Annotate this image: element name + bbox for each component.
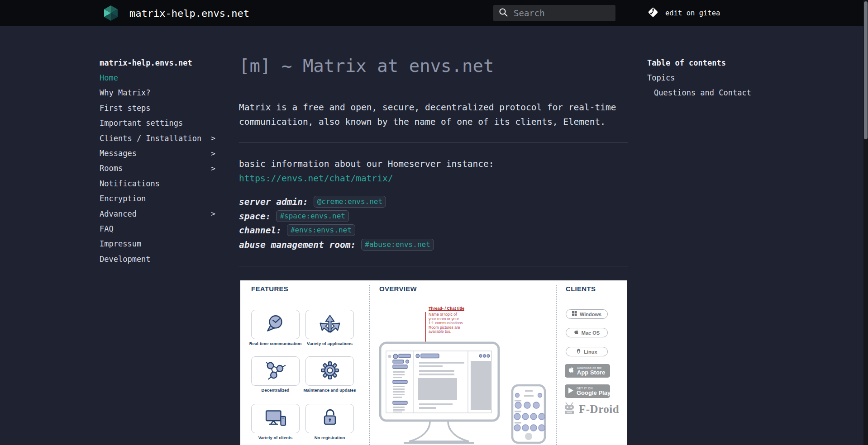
- page: matrix-help.envs.net: [0, 0, 868, 445]
- apple-logo-icon: [574, 329, 579, 336]
- chevron-right-icon: >: [211, 134, 215, 142]
- sidebar-item-clients-installation[interactable]: Clients / Installation>: [100, 131, 215, 146]
- sidebar-item-notifications[interactable]: Notifications: [100, 176, 215, 191]
- arrows-icon: [319, 313, 341, 336]
- page-title: [m] ~ Matrix at envs.net: [239, 56, 494, 76]
- sidebar-item-development[interactable]: Development: [100, 251, 215, 266]
- chevron-right-icon: >: [211, 164, 215, 173]
- sidebar-item-important-settings[interactable]: Important settings: [100, 116, 215, 131]
- feature-card-no-registration: [305, 404, 354, 433]
- apple-logo-icon: [568, 366, 574, 375]
- field-label: channel:: [239, 225, 281, 236]
- gitea-icon: [646, 5, 660, 21]
- sidebar-item-label: Important settings: [100, 118, 183, 128]
- gear-icon: [319, 360, 341, 383]
- sidebar-item-label: Notifications: [100, 179, 160, 188]
- edit-on-gitea-link[interactable]: edit on gitea: [646, 5, 720, 21]
- sidebar-item-messages[interactable]: Messages>: [100, 146, 215, 161]
- toc-title: Table of contents: [647, 55, 769, 70]
- sidebar-item-label: Why Matrix?: [100, 88, 151, 97]
- feature-label: Variety of applications: [296, 341, 364, 346]
- sidebar-item-why-matrix[interactable]: Why Matrix?: [100, 85, 215, 100]
- windows-logo-icon: [572, 311, 577, 317]
- devices-icon: [264, 407, 287, 430]
- sidebar-item-label: Messages: [100, 149, 137, 158]
- matrix-id-chip[interactable]: #space:envs.net: [276, 210, 349, 222]
- field-label: abuse management room:: [239, 240, 356, 250]
- fdroid-badge: F-Droid: [563, 402, 619, 417]
- phone-mockup-graphic: [506, 376, 551, 445]
- sidebar-item-home[interactable]: Home: [100, 70, 215, 85]
- sidebar-item-advanced[interactable]: Advanced>: [100, 206, 215, 221]
- chat-clock-icon: [264, 313, 287, 336]
- fdroid-robot-icon: [563, 402, 576, 417]
- feature-card-real-time-communication: [251, 310, 300, 339]
- client-pill-windows: Windows: [566, 309, 608, 319]
- client-pill-label: Linux: [584, 349, 597, 355]
- sidebar-item-label: Rooms: [100, 164, 123, 173]
- dotted-divider: [369, 285, 370, 445]
- homeserver-link[interactable]: https://envs.net/chat/matrix/: [239, 173, 393, 184]
- features-heading: FEATURES: [251, 285, 288, 293]
- annotation-callout: Thread- / Chat title Name or topic ofyou…: [429, 306, 487, 334]
- client-pill-mac-os: Mac OS: [566, 328, 608, 337]
- divider: [239, 142, 628, 143]
- annotation-title: Thread- / Chat title: [429, 306, 487, 311]
- client-pill-label: Mac OS: [582, 330, 600, 336]
- annotation-line: available too.: [429, 330, 487, 334]
- feature-card-decentralized: [251, 356, 300, 386]
- sidebar-item-label: Development: [100, 255, 151, 264]
- table-of-contents: Table of contents TopicsQuestions and Co…: [647, 55, 769, 100]
- chevron-right-icon: >: [211, 209, 215, 218]
- feature-label: No registration: [296, 435, 364, 440]
- field-row-channel: channel:#envs:envs.net: [239, 224, 355, 236]
- sidebar-item-label: Impressum: [100, 239, 141, 248]
- field-row-abuse-management-room: abuse management room:#abuse:envs.net: [239, 239, 434, 251]
- sidebar-item-label: Clients / Installation: [100, 134, 201, 143]
- toc-item-questions-and-contact[interactable]: Questions and Contact: [647, 85, 769, 100]
- sidebar-item-label: First steps: [100, 104, 151, 113]
- overview-heading: OVERVIEW: [379, 285, 417, 293]
- field-row-server-admin: server admin:@creme:envs.net: [239, 196, 386, 208]
- sidebar-title: matrix-help.envs.net: [100, 55, 215, 70]
- matrix-id-chip[interactable]: @creme:envs.net: [314, 196, 386, 208]
- sidebar-item-faq[interactable]: FAQ: [100, 221, 215, 236]
- network-icon: [264, 360, 287, 383]
- badge-bottom-line: App Store: [577, 369, 605, 376]
- linux-tux-icon: [576, 348, 581, 355]
- matrix-id-chip[interactable]: #abuse:envs.net: [361, 239, 434, 251]
- sidebar-item-first-steps[interactable]: First steps: [100, 100, 215, 115]
- open-lock-icon: [319, 407, 341, 430]
- field-label: server admin:: [239, 197, 308, 207]
- sidebar-item-impressum[interactable]: Impressum: [100, 237, 215, 251]
- site-title[interactable]: matrix-help.envs.net: [129, 8, 249, 19]
- sidebar-item-label: Home: [100, 73, 118, 82]
- sidebar-item-encryption[interactable]: Encryption: [100, 191, 215, 206]
- edit-on-gitea-label: edit on gitea: [665, 9, 720, 17]
- site-logo-icon[interactable]: [103, 5, 119, 21]
- divider: [239, 266, 628, 266]
- annotation-body: Name or topic ofyour room or your1:1 com…: [429, 312, 487, 334]
- client-pill-label: Windows: [580, 312, 601, 317]
- chevron-right-icon: >: [211, 149, 215, 158]
- store-badge-google-play: GET IT ONGoogle Play: [565, 384, 610, 398]
- matrix-id-chip[interactable]: #envs:envs.net: [287, 224, 355, 236]
- feature-card-variety-of-applications: [305, 310, 354, 339]
- sidebar-item-label: Encryption: [100, 194, 146, 203]
- main-content: [m] ~ Matrix at envs.net Matrix is a fre…: [239, 0, 628, 445]
- feature-card-variety-of-clients: [251, 404, 300, 433]
- feature-label: Maintenance and updates: [296, 388, 364, 393]
- client-pill-linux: Linux: [566, 347, 608, 356]
- play-triangle-icon: [568, 387, 574, 395]
- scrollbar-thumb[interactable]: [864, 1, 868, 139]
- feature-card-maintenance-and-updates: [305, 356, 354, 386]
- field-label: space:: [239, 211, 271, 222]
- monitor-mockup-graphic: [376, 338, 502, 445]
- sidebar-item-label: FAQ: [100, 224, 114, 233]
- intro-paragraph: Matrix is a free and open, secure, decen…: [239, 100, 628, 130]
- dotted-divider: [556, 285, 557, 445]
- scrollbar-track[interactable]: [863, 0, 868, 445]
- store-badge-app-store: Download on theApp Store: [565, 364, 610, 378]
- sidebar-item-rooms[interactable]: Rooms>: [100, 161, 215, 176]
- toc-item-topics[interactable]: Topics: [647, 70, 769, 85]
